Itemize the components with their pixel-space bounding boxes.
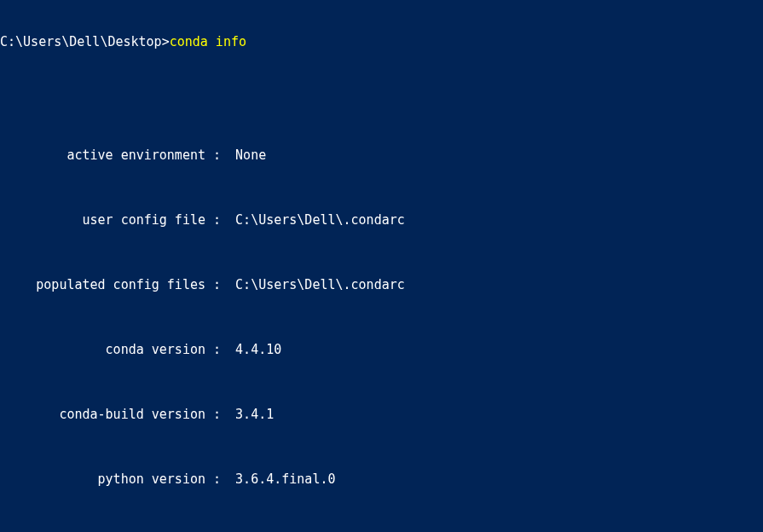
row-populated-config-files: populated config files : C:\Users\Dell\.… xyxy=(0,277,763,293)
separator: : xyxy=(205,471,235,488)
row-conda-version: conda version : 4.4.10 xyxy=(0,342,763,358)
value-user-config-file: C:\Users\Dell\.condarc xyxy=(235,212,763,228)
value-populated-config-files: C:\Users\Dell\.condarc xyxy=(235,277,763,293)
separator: : xyxy=(205,277,235,293)
label-populated-config-files: populated config files xyxy=(0,277,205,293)
separator: : xyxy=(205,407,235,423)
terminal-output[interactable]: C:\Users\Dell\Desktop>conda info active … xyxy=(0,2,763,532)
prompt-path: C:\Users\Dell\Desktop> xyxy=(0,34,170,49)
command-text: conda info xyxy=(170,34,246,49)
prompt-line: C:\Users\Dell\Desktop>conda info xyxy=(0,34,763,50)
row-user-config-file: user config file : C:\Users\Dell\.condar… xyxy=(0,212,763,228)
label-conda-version: conda version xyxy=(0,342,205,358)
value-python-version: 3.6.4.final.0 xyxy=(235,471,763,488)
blank-line xyxy=(0,83,763,99)
separator: : xyxy=(205,212,235,228)
row-python-version: python version : 3.6.4.final.0 xyxy=(0,471,763,488)
row-active-environment: active environment : None xyxy=(0,147,763,164)
value-conda-build-version: 3.4.1 xyxy=(235,407,763,423)
label-conda-build-version: conda-build version xyxy=(0,407,205,423)
value-conda-version: 4.4.10 xyxy=(235,342,763,358)
separator: : xyxy=(205,342,235,358)
separator: : xyxy=(205,147,235,164)
label-user-config-file: user config file xyxy=(0,212,205,228)
label-python-version: python version xyxy=(0,471,205,488)
row-conda-build-version: conda-build version : 3.4.1 xyxy=(0,407,763,423)
label-active-environment: active environment xyxy=(0,147,205,164)
value-active-environment: None xyxy=(235,147,763,164)
